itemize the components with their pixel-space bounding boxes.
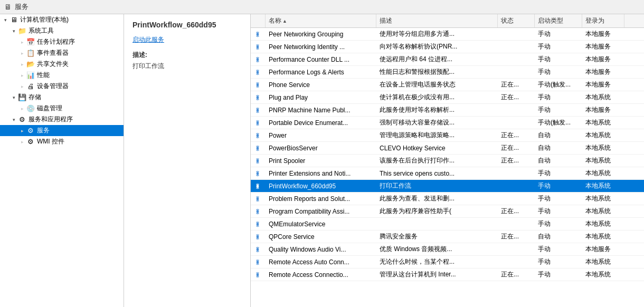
sidebar-label-wmi: WMI 控件 — [37, 137, 64, 146]
expand-icon-task-scheduler: ▸ — [19, 39, 25, 45]
title-bar: 🖥 服务 — [0, 0, 644, 14]
sidebar-item-wmi[interactable]: ▸⚙WMI 控件 — [0, 136, 124, 147]
gear-icon — [254, 246, 261, 253]
computer-icon: 🖥 — [10, 16, 18, 23]
table-row[interactable]: Performance Counter DLL ...使远程用户和 64 位进程… — [251, 53, 644, 66]
table-row[interactable]: Remote Access Auto Conn...无论什么时候，当某个程...… — [251, 256, 644, 268]
service-row-icon-3 — [251, 66, 266, 78]
service-row-icon-14 — [251, 205, 266, 217]
sidebar-item-device-manager[interactable]: ▸🖨设备管理器 — [0, 81, 124, 92]
table-row[interactable]: QPCore Service腾讯安全服务正在...自动本地系统 — [251, 231, 644, 243]
sidebar-item-system-tools[interactable]: ▾📁系统工具 — [0, 25, 124, 36]
service-login-cell: 本地服务 — [582, 243, 624, 255]
service-startup-cell: 自动 — [535, 155, 582, 167]
title-bar-icon: 🖥 — [4, 3, 12, 11]
service-startup-cell: 手动 — [535, 256, 582, 268]
sidebar-item-storage[interactable]: ▾💾存储 — [0, 92, 124, 103]
gear-icon — [254, 31, 261, 38]
service-row-icon-15 — [251, 218, 266, 230]
service-status-cell — [498, 28, 535, 40]
sort-arrow-icon: ▲ — [282, 18, 287, 24]
sidebar-item-services[interactable]: ▸⚙服务 — [0, 125, 124, 136]
service-desc-cell: 管理电源策略和电源策略... — [376, 129, 498, 141]
detail-service-name: PrintWorkflow_660dd95 — [132, 21, 242, 29]
service-name-cell: Problem Reports and Solut... — [266, 193, 376, 205]
col-header-status[interactable]: 状态 — [498, 14, 535, 27]
col-header-icon[interactable] — [251, 14, 266, 27]
sidebar: ▾🖥计算机管理(本地)▾📁系统工具▸📅任务计划程序▸📋事件查看器▸📂共享文件夹▸… — [0, 14, 124, 307]
gear-icon — [254, 107, 261, 114]
service-login-cell: 本地服务 — [582, 79, 624, 91]
services-panel: 名称 ▲描述状态启动类型登录为 Peer Networking Grouping… — [251, 14, 644, 307]
table-row[interactable]: Phone Service在设备上管理电话服务状态正在...手动(触发...本地… — [251, 79, 644, 91]
expand-icon-disk-mgmt: ▸ — [19, 105, 25, 112]
service-row-icon-19 — [251, 268, 266, 281]
service-status-cell — [498, 218, 535, 230]
service-row-icon-10 — [251, 155, 266, 167]
service-startup-cell: 手动 — [535, 167, 582, 179]
service-desc-cell: 此服务为程序兼容性助手( — [376, 205, 498, 217]
table-row[interactable]: Performance Logs & Alerts性能日志和警报根据预配...手… — [251, 66, 644, 79]
sidebar-item-shared-folders[interactable]: ▸📂共享文件夹 — [0, 59, 124, 70]
col-header-login[interactable]: 登录为 — [582, 14, 624, 27]
col-header-startup[interactable]: 启动类型 — [535, 14, 582, 27]
sidebar-item-computer[interactable]: ▾🖥计算机管理(本地) — [0, 14, 124, 25]
service-startup-cell: 手动 — [535, 218, 582, 230]
service-desc-cell: 使计算机在极少或没有用... — [376, 91, 498, 103]
table-row[interactable]: PrintWorkflow_660dd95打印工作流手动本地系统 — [251, 180, 644, 193]
service-name-cell: PowerBiosServer — [266, 142, 376, 154]
service-desc-cell: CLEVO Hotkey Service — [376, 142, 498, 154]
sidebar-item-task-scheduler[interactable]: ▸📅任务计划程序 — [0, 36, 124, 47]
sidebar-item-disk-mgmt[interactable]: ▸💿磁盘管理 — [0, 103, 124, 114]
table-row[interactable]: Printer Extensions and Noti...This servi… — [251, 167, 644, 180]
service-name-cell: Remote Access Auto Conn... — [266, 256, 376, 268]
services-folder-icon: ⚙ — [18, 116, 26, 123]
service-login-cell: 本地系统 — [582, 193, 624, 205]
table-row[interactable]: Print Spooler该服务在后台执行打印作...正在...自动本地系统 — [251, 155, 644, 167]
table-row[interactable]: Program Compatibility Assi...此服务为程序兼容性助手… — [251, 205, 644, 218]
table-row[interactable]: Portable Device Enumerat...强制可移动大容量存储设..… — [251, 117, 644, 129]
sidebar-label-services-apps: 服务和应用程序 — [29, 115, 73, 124]
service-name-cell: Power — [266, 129, 376, 141]
service-login-cell: 本地系统 — [582, 91, 624, 103]
service-login-cell: 本地系统 — [582, 155, 624, 167]
service-row-icon-8 — [251, 129, 266, 141]
disk-icon: 💿 — [26, 105, 35, 112]
service-login-cell: 本地服务 — [582, 104, 624, 116]
service-status-cell: 正在... — [498, 205, 535, 217]
table-row[interactable]: PowerBiosServerCLEVO Hotkey Service正在...… — [251, 142, 644, 155]
gear-icon — [254, 132, 261, 139]
service-startup-cell: 手动(触发... — [535, 117, 582, 129]
service-startup-cell: 手动 — [535, 66, 582, 78]
desc-text: 打印工作流 — [132, 62, 242, 71]
col-header-desc[interactable]: 描述 — [376, 14, 498, 27]
sidebar-item-performance[interactable]: ▸📊性能 — [0, 70, 124, 81]
service-login-cell: 本地服务 — [582, 28, 624, 40]
table-row[interactable]: Problem Reports and Solut...此服务为查看、发送和删.… — [251, 193, 644, 205]
start-service-link[interactable]: 启动此服务 — [132, 35, 242, 44]
table-row[interactable]: Remote Access Connectio...管理从这台计算机到 Inte… — [251, 268, 644, 281]
services-list[interactable]: Peer Networking Grouping使用对等分组启用多方通...手动… — [251, 28, 644, 307]
gear-icon — [254, 157, 261, 165]
col-header-name[interactable]: 名称 ▲ — [266, 14, 376, 27]
gear-icon — [254, 81, 261, 89]
sidebar-item-event-viewer[interactable]: ▸📋事件查看器 — [0, 47, 124, 59]
service-desc-cell: 打印工作流 — [376, 180, 498, 192]
table-row[interactable]: Power管理电源策略和电源策略...正在...自动本地系统 — [251, 129, 644, 142]
table-row[interactable]: Peer Networking Grouping使用对等分组启用多方通...手动… — [251, 28, 644, 41]
table-row[interactable]: Plug and Play使计算机在极少或没有用...正在...手动本地系统 — [251, 91, 644, 104]
service-login-cell: 本地系统 — [582, 256, 624, 268]
table-row[interactable]: Quality Windows Audio Vi...优质 Windows 音频… — [251, 243, 644, 256]
table-row[interactable]: QMEmulatorService手动本地系统 — [251, 218, 644, 231]
service-row-icon-18 — [251, 256, 266, 268]
service-status-cell — [498, 66, 535, 78]
service-startup-cell: 手动 — [535, 243, 582, 255]
service-startup-cell: 自动 — [535, 129, 582, 141]
gear-icon — [254, 208, 261, 215]
table-row[interactable]: Peer Networking Identity ...向对等名称解析协议(PN… — [251, 41, 644, 53]
sidebar-item-services-apps[interactable]: ▾⚙服务和应用程序 — [0, 114, 124, 125]
shared-icon: 📂 — [26, 61, 35, 68]
table-row[interactable]: PNRP Machine Name Publ...此服务使用对等名称解析...手… — [251, 104, 644, 117]
service-login-cell: 本地系统 — [582, 180, 624, 192]
gear-icon — [254, 170, 261, 177]
